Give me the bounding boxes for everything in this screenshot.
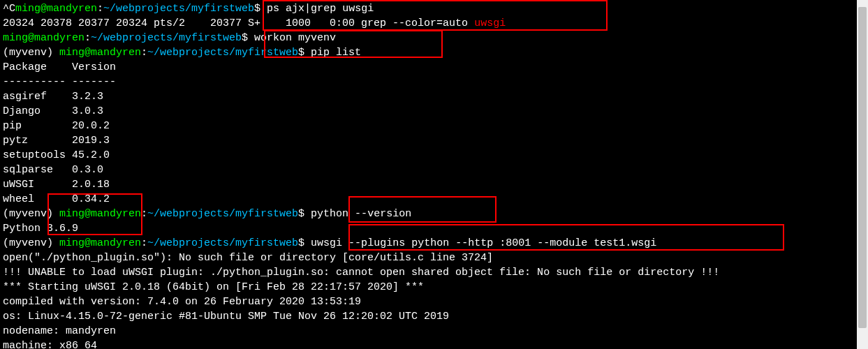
terminal-line: ming@mandyren:~/webprojects/myfirstweb$ … <box>3 31 865 45</box>
path: ~/webprojects/myfirstweb <box>147 47 298 59</box>
path: ~/webprojects/myfirstweb <box>91 32 242 44</box>
terminal-line: (myvenv) ming@mandyren:~/webprojects/myf… <box>3 45 865 60</box>
pip-row: pip 20.0.2 <box>3 119 865 133</box>
colon: : <box>97 3 103 15</box>
colon: : <box>141 237 147 249</box>
ps-output: 20324 20378 20377 20324 pts/2 20377 S+ 1… <box>3 17 474 29</box>
path: ~/webprojects/myfirstweb <box>147 237 298 249</box>
user-host: ming@mandyren <box>59 208 141 220</box>
pip-header: Package Version <box>3 60 865 75</box>
colon: : <box>84 32 91 44</box>
user-host: ming@mandyren <box>3 32 84 44</box>
pip-row: setuptools 45.2.0 <box>3 148 865 163</box>
command: $ python --version <box>298 208 411 220</box>
pip-row: sqlparse 0.3.0 <box>3 163 865 177</box>
terminal-line: (myvenv) ming@mandyren:~/webprojects/myf… <box>3 207 865 221</box>
python-version: Python 3.6.9 <box>3 221 865 236</box>
pip-row: pytz 2019.3 <box>3 133 865 148</box>
command: $ uwsgi --plugins python --http :8001 --… <box>298 237 656 249</box>
venv: (myvenv) <box>3 208 59 220</box>
pip-row: asgiref 3.2.3 <box>3 89 865 104</box>
grep-match: uwsgi <box>474 17 506 29</box>
uwsgi-output: os: Linux-4.15.0-72-generic #81-Ubuntu S… <box>3 309 865 324</box>
terminal-line: ^Cming@mandyren:~/webprojects/myfirstweb… <box>3 1 865 16</box>
terminal-line: (myvenv) ming@mandyren:~/webprojects/myf… <box>3 236 865 251</box>
uwsgi-output: nodename: mandyren <box>3 324 865 339</box>
terminal-line: 20324 20378 20377 20324 pts/2 20377 S+ 1… <box>3 16 865 31</box>
error-line: !!! UNABLE to load uWSGI plugin: ./pytho… <box>3 265 865 280</box>
venv: (myvenv) <box>3 47 59 59</box>
pip-divider: ---------- ------- <box>3 75 865 89</box>
command: $ workon myvenv <box>242 32 336 44</box>
path: ~/webprojects/myfirstweb <box>147 208 298 220</box>
uwsgi-output: machine: x86_64 <box>3 339 865 349</box>
command: $ ps ajx|grep uwsgi <box>254 3 374 15</box>
pip-row: Django 3.0.3 <box>3 104 865 119</box>
path: ~/webprojects/myfirstweb <box>103 3 254 15</box>
command: $ pip list <box>298 47 361 59</box>
uwsgi-output: *** Starting uWSGI 2.0.18 (64bit) on [Fr… <box>3 280 865 295</box>
scrollbar[interactable] <box>857 0 868 349</box>
colon: : <box>141 47 147 59</box>
scrollbar-thumb[interactable] <box>858 7 867 328</box>
error-line: open("./python_plugin.so"): No such file… <box>3 251 865 265</box>
user-host: ming@mandyren <box>59 237 141 249</box>
user-host: ming@mandyren <box>59 47 141 59</box>
uwsgi-output: compiled with version: 7.4.0 on 26 Febru… <box>3 295 865 309</box>
user-host: ming@mandyren <box>15 3 97 15</box>
venv: (myvenv) <box>3 237 59 249</box>
colon: : <box>141 208 147 220</box>
pip-row: wheel 0.34.2 <box>3 192 865 207</box>
pip-row: uWSGI 2.0.18 <box>3 177 865 192</box>
ctrl-c: ^C <box>3 3 15 15</box>
